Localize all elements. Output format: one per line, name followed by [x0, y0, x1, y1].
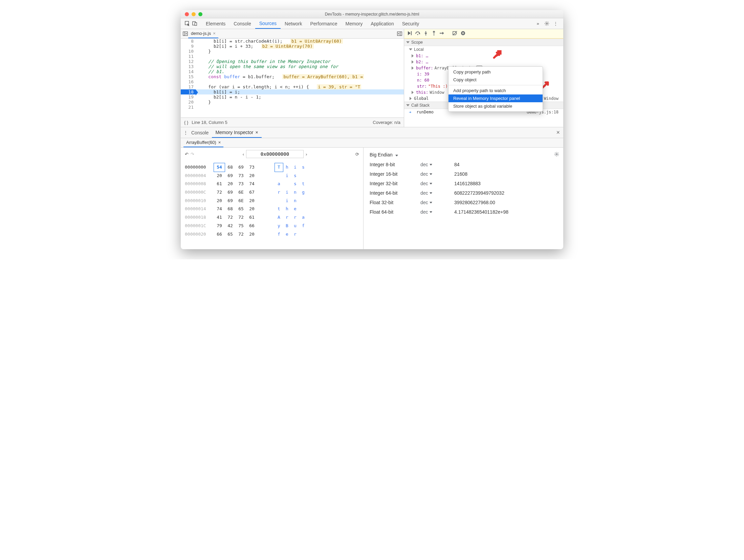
main-tabs: ElementsConsoleSourcesNetworkPerformance…: [202, 18, 534, 29]
svg-point-9: [417, 34, 418, 35]
svg-rect-8: [411, 31, 412, 35]
source-file-tab[interactable]: demo-js.js ×: [188, 29, 218, 38]
deactivate-breakpoints-icon[interactable]: [452, 30, 458, 37]
value-row: Float 32-bitdec 3992806227968.00: [370, 198, 559, 207]
svg-point-14: [461, 31, 465, 35]
source-file-label: demo-js.js: [191, 31, 211, 36]
drawer-close-icon[interactable]: ×: [556, 129, 560, 136]
tab-performance[interactable]: Performance: [306, 18, 341, 29]
tab-console[interactable]: Console: [229, 18, 255, 29]
settings-icon[interactable]: [543, 20, 550, 27]
svg-rect-15: [462, 32, 463, 34]
navigator-toggle-icon[interactable]: [182, 31, 188, 37]
value-row: Float 64-bitdec 4.171482365401182e+98: [370, 207, 559, 217]
sources-panel: demo-js.js × 8 b1[i] = str.charCodeAt(i)…: [181, 29, 404, 127]
refresh-icon[interactable]: ⟳: [355, 152, 359, 157]
tab-application[interactable]: Application: [367, 18, 398, 29]
main-toolbar: ElementsConsoleSourcesNetworkPerformance…: [181, 18, 563, 29]
memory-inspector-body: ↶ ↷ ‹ › ⟳ 0000000054686973This0000000420…: [181, 148, 563, 249]
svg-rect-16: [463, 32, 464, 34]
resume-icon[interactable]: [407, 30, 412, 37]
value-row: Integer 8-bitdec 84: [370, 160, 559, 169]
tab-network[interactable]: Network: [281, 18, 306, 29]
devtools-window: DevTools - memory-inspector.glitch.me/de…: [181, 10, 563, 249]
code-editor[interactable]: 8 b1[i] = str.charCodeAt(i); b1 = Uint8A…: [181, 39, 404, 117]
address-input[interactable]: [246, 150, 304, 158]
drawer-tab-console[interactable]: Console: [188, 127, 212, 138]
mi-settings-icon[interactable]: [554, 152, 559, 158]
cm-add-watch[interactable]: Add property path to watch: [448, 87, 543, 94]
value-mode-select[interactable]: dec: [420, 190, 454, 196]
cursor-position: Line 18, Column 5: [192, 120, 227, 125]
value-row: Integer 16-bitdec 21608: [370, 169, 559, 179]
close-tab-icon[interactable]: ×: [255, 130, 258, 135]
close-tab-icon[interactable]: ×: [218, 140, 221, 145]
step-out-icon[interactable]: [431, 30, 437, 37]
value-mode-select[interactable]: dec: [420, 171, 454, 177]
annotation-arrow-icon: [542, 79, 551, 89]
local-scope-header[interactable]: Local: [404, 46, 563, 53]
annotation-arrow-icon: [493, 49, 502, 59]
cm-copy-property-path[interactable]: Copy property path: [448, 68, 543, 76]
svg-point-10: [425, 35, 426, 36]
pause-on-exceptions-icon[interactable]: [460, 30, 466, 37]
tab-memory[interactable]: Memory: [342, 18, 367, 29]
value-mode-select[interactable]: dec: [420, 162, 454, 167]
cm-reveal-memory-inspector[interactable]: Reveal in Memory Inspector panel: [448, 94, 543, 102]
drawer-tabs: ⋮ Console Memory Inspector× ×: [181, 127, 563, 138]
undo-icon[interactable]: ↶: [185, 152, 189, 157]
address-prev-icon[interactable]: ‹: [243, 152, 244, 157]
scope-var-b1[interactable]: b1: …: [404, 53, 563, 59]
value-mode-select[interactable]: dec: [420, 200, 454, 205]
scope-header[interactable]: Scope: [404, 39, 563, 46]
window-title: DevTools - memory-inspector.glitch.me/de…: [181, 12, 563, 17]
kebab-menu-icon[interactable]: ⋮: [552, 20, 559, 27]
cm-store-global[interactable]: Store object as global variable: [448, 102, 543, 110]
mi-buffer-tabs: ArrayBuffer(60)×: [181, 138, 563, 148]
device-toolbar-icon[interactable]: [191, 20, 198, 27]
tab-sources[interactable]: Sources: [255, 18, 281, 29]
svg-point-12: [440, 33, 441, 34]
value-row: Integer 32-bitdec 1416128883: [370, 179, 559, 188]
svg-point-11: [434, 35, 435, 36]
cm-copy-object[interactable]: Copy object: [448, 76, 543, 84]
value-mode-select[interactable]: dec: [420, 181, 454, 186]
debugger-sidebar-toggle-icon[interactable]: [396, 31, 402, 37]
scope-var-b2[interactable]: b2: …: [404, 59, 563, 65]
inspect-element-icon[interactable]: [183, 20, 191, 27]
mi-buffer-tab[interactable]: ArrayBuffer(60)×: [183, 138, 223, 147]
step-over-icon[interactable]: [415, 30, 420, 37]
close-tab-icon[interactable]: ×: [213, 31, 216, 36]
editor-status-bar: { } Line 18, Column 5 Coverage: n/a: [181, 117, 404, 127]
mi-hex-panel: ↶ ↷ ‹ › ⟳ 0000000054686973This0000000420…: [181, 148, 364, 249]
step-icon[interactable]: [439, 30, 445, 37]
svg-point-19: [556, 153, 557, 155]
drawer-kebab-icon[interactable]: ⋮: [183, 130, 188, 135]
drawer-tab-memory-inspector[interactable]: Memory Inspector×: [212, 127, 261, 138]
redo-icon[interactable]: ↷: [191, 152, 194, 157]
debugger-toolbar: [404, 29, 563, 39]
value-row: Integer 64-bitdec 6082227239949792032: [370, 188, 559, 198]
coverage-status: Coverage: n/a: [373, 120, 400, 125]
tab-elements[interactable]: Elements: [202, 18, 229, 29]
context-menu: Copy property path Copy object Add prope…: [448, 66, 543, 112]
more-tabs-icon[interactable]: »: [534, 20, 542, 27]
titlebar: DevTools - memory-inspector.glitch.me/de…: [181, 10, 563, 18]
pretty-print-icon[interactable]: { }: [184, 120, 188, 125]
value-mode-select[interactable]: dec: [420, 209, 454, 215]
address-next-icon[interactable]: ›: [306, 152, 307, 157]
svg-rect-2: [195, 23, 197, 25]
mi-hex-table[interactable]: 0000000054686973This0000000420697320.is.…: [181, 160, 363, 241]
mi-value-panel: Big Endian Integer 8-bitdec 84Integer 16…: [364, 148, 563, 249]
endianness-select[interactable]: Big Endian: [370, 152, 398, 157]
step-into-icon[interactable]: [423, 30, 429, 37]
svg-point-3: [546, 23, 547, 24]
tab-security[interactable]: Security: [398, 18, 423, 29]
mi-address-bar: ↶ ↷ ‹ › ⟳: [181, 148, 363, 160]
